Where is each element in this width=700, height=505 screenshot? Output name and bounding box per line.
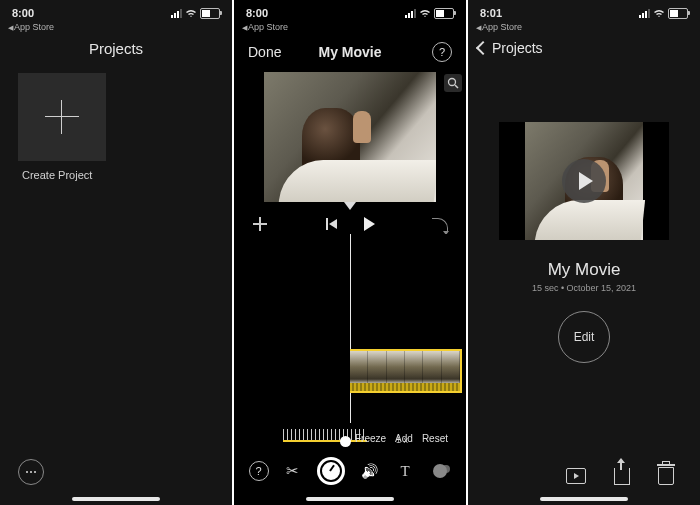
filters-tool[interactable]: [429, 460, 451, 482]
wifi-icon: [185, 9, 197, 18]
playhead[interactable]: [350, 234, 351, 423]
reset-button[interactable]: Reset: [422, 433, 448, 444]
project-title: My Movie: [468, 260, 700, 280]
editor-header: Done My Movie ?: [234, 34, 466, 70]
project-card: [499, 122, 669, 240]
create-project-label: Create Project: [0, 169, 232, 181]
back-button[interactable]: Projects: [468, 34, 700, 62]
page-title: Projects: [0, 34, 232, 67]
status-time: 8:00: [12, 7, 34, 19]
movie-title: My Movie: [318, 44, 381, 60]
help-button[interactable]: ?: [432, 42, 452, 62]
screen-editor: 8:00 ◀App Store Done My Movie ? 14.3s: [234, 0, 468, 505]
timeline[interactable]: [234, 234, 466, 423]
wifi-icon: [419, 9, 431, 18]
back-label: Projects: [492, 40, 543, 56]
play-fullscreen-button[interactable]: [566, 468, 586, 484]
status-bar: 8:00: [0, 0, 232, 22]
preview-area: 14.3s: [234, 70, 466, 210]
status-bar: 8:01: [468, 0, 700, 22]
add-button[interactable]: Add: [395, 433, 413, 444]
skip-start-button[interactable]: [323, 216, 339, 232]
undo-button[interactable]: [432, 216, 448, 232]
signal-icon: [405, 9, 416, 18]
project-thumbnail[interactable]: [499, 122, 669, 240]
battery-icon: [668, 8, 688, 19]
playhead-marker-icon: [344, 202, 356, 210]
chevron-left-icon: [476, 41, 490, 55]
transport-controls: [234, 210, 466, 234]
signal-icon: [639, 9, 650, 18]
freeze-button[interactable]: Freeze: [355, 433, 386, 444]
split-tool[interactable]: [282, 460, 304, 482]
delete-button[interactable]: [658, 467, 674, 485]
home-indicator[interactable]: [540, 497, 628, 501]
speed-control: 1 x Freeze Add Reset: [234, 423, 466, 447]
status-time: 8:00: [246, 7, 268, 19]
home-indicator[interactable]: [72, 497, 160, 501]
create-project-tile[interactable]: [18, 73, 106, 161]
more-button[interactable]: [18, 459, 44, 485]
edit-button[interactable]: Edit: [558, 311, 610, 363]
signal-icon: [171, 9, 182, 18]
screen-project-detail: 8:01 ◀App Store Projects My Movie 15 sec…: [468, 0, 700, 505]
battery-icon: [434, 8, 454, 19]
screen-projects-list: 8:00 ◀App Store Projects Create Project: [0, 0, 234, 505]
speed-knob[interactable]: [340, 436, 351, 447]
svg-point-0: [449, 79, 456, 86]
back-to-appstore[interactable]: ◀App Store: [0, 22, 232, 34]
status-bar: 8:00: [234, 0, 466, 22]
audio-waveform: [350, 383, 460, 391]
wifi-icon: [653, 9, 665, 18]
help-button[interactable]: ?: [249, 461, 269, 481]
back-to-appstore[interactable]: ◀App Store: [234, 22, 466, 34]
project-subtitle: 15 sec • October 15, 2021: [468, 283, 700, 293]
play-overlay-button[interactable]: [562, 159, 606, 203]
speed-tool[interactable]: [317, 457, 345, 485]
plus-icon: [45, 100, 79, 134]
add-media-button[interactable]: [252, 216, 268, 232]
home-indicator[interactable]: [306, 497, 394, 501]
titles-tool[interactable]: T: [394, 460, 416, 482]
video-preview[interactable]: [264, 72, 436, 202]
play-button[interactable]: [361, 216, 377, 232]
done-button[interactable]: Done: [248, 44, 296, 60]
svg-line-1: [455, 85, 458, 88]
volume-tool[interactable]: [359, 460, 381, 482]
zoom-button[interactable]: [444, 74, 462, 92]
back-to-appstore[interactable]: ◀App Store: [468, 22, 700, 34]
battery-icon: [200, 8, 220, 19]
status-time: 8:01: [480, 7, 502, 19]
timeline-clip[interactable]: [350, 349, 462, 393]
share-button[interactable]: [614, 468, 630, 485]
